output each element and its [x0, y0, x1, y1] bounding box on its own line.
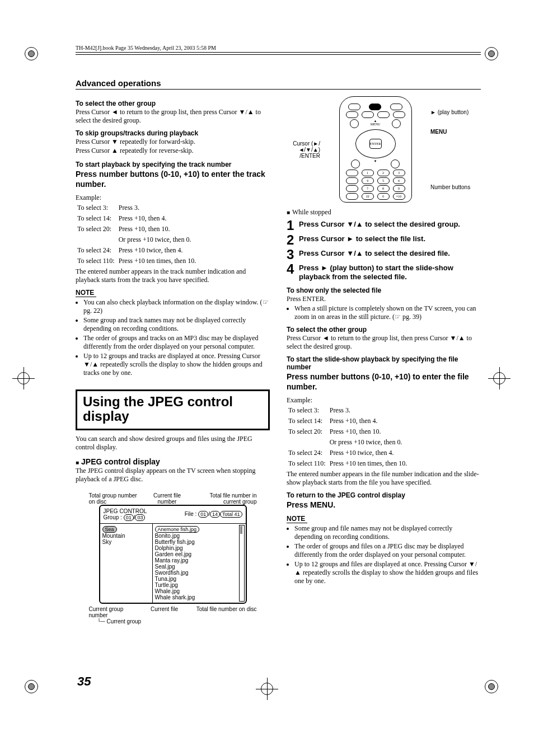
example-table: To select 3:Press 3. To select 14:Press … [76, 202, 199, 267]
subheading: To select the other group [76, 100, 270, 107]
note-list: Some group and file names may not be dis… [287, 524, 481, 585]
paragraph: The JPEG control display appears on the … [76, 467, 270, 483]
jpeg-control-diagram: Total group number on disc Current file … [76, 488, 270, 629]
example-label: Example: [76, 194, 270, 202]
bullet-list: When a still picture is completely shown… [287, 304, 481, 321]
regmark-icon [484, 46, 499, 62]
step: 4Press ► (play button) to start the slid… [287, 264, 481, 281]
group-item-selected: Sea [102, 526, 117, 533]
panel-title: JPEG CONTROL [104, 508, 147, 514]
page: TH-M42[J].book Page 35 Wednesday, April … [0, 0, 534, 756]
play-label: ► (play button) [430, 109, 481, 115]
instruction: Press number buttons (0-10, +10) to ente… [76, 170, 270, 189]
remote-diagram: Cursor (►/◄/▼/▲) /ENTER ▲MENU ENTER ▼ 12… [287, 96, 481, 203]
file-item-selected: Anemone fish.jpg [155, 526, 200, 533]
note-item: The order of groups and tracks on an MP3… [83, 334, 270, 351]
regmark-icon [484, 679, 499, 694]
scrollbar-icon [239, 525, 245, 602]
annotation-row: Current group number Current file Total … [89, 606, 257, 618]
note-item: You can also check playback information … [83, 298, 270, 315]
section-title: Advanced operations [76, 78, 481, 90]
paragraph: The entered number appears in the file n… [287, 470, 481, 487]
instruction: Press number buttons (0-10, +10) to ente… [287, 372, 481, 392]
example-table: To select 3:Press 3. To select 14:Press … [287, 405, 410, 469]
subheading: To show only the selected file [287, 287, 481, 294]
note-list: You can also check playback information … [76, 298, 270, 377]
note-item: Some group and track names may not be di… [83, 316, 270, 333]
group-item: Mountain [102, 533, 125, 539]
subheading: ■JPEG control display [76, 457, 270, 466]
group-list: Sea Mountain Sky [100, 524, 153, 603]
paragraph: You can search and show desired groups a… [76, 435, 270, 452]
paragraph: The entered number appears in the track … [76, 267, 270, 284]
file-list: Anemone fish.jpg Bonito.jpg Butterfly fi… [153, 524, 246, 603]
menu-label: MENU [430, 129, 481, 135]
regmark-icon [24, 679, 39, 694]
note-item: Some group and file names may not be dis… [294, 524, 481, 541]
note-item: Up to 12 groups and tracks are displayed… [83, 352, 270, 377]
crosshair-icon [12, 367, 35, 389]
instruction: Press MENU. [287, 500, 481, 510]
divider [76, 52, 481, 56]
group-item: Sky [102, 539, 112, 545]
paragraph: Press Cursor ◄ to return to the group li… [76, 108, 270, 125]
paragraph: Press Cursor ▼ repeatedly for forward-sk… [76, 138, 270, 146]
paragraph: Press Cursor ▲ repeatedly for reverse-sk… [76, 147, 270, 155]
note-item: Up to 12 groups and files are displayed … [294, 560, 481, 585]
step: 3Press Cursor ▼/▲ to select the desired … [287, 249, 481, 260]
subheading: To return to the JPEG control display [287, 491, 481, 499]
square-bullet-icon: ■ [76, 459, 79, 466]
note-heading: NOTE [287, 515, 307, 523]
remote-icon: ▲MENU ENTER ▼ 123 456 789 100+10 [339, 96, 412, 203]
annotation-row: └─ Current group [81, 618, 265, 624]
paragraph: Press ENTER. [287, 295, 481, 303]
step: 2Press Cursor ► to select the file list. [287, 234, 481, 246]
subheading: To start playback by specifying the trac… [76, 161, 270, 168]
subheading: To start the slide-show playback by spec… [287, 355, 481, 371]
crosshair-icon [488, 367, 510, 389]
note-item: The order of groups and files on a JPEG … [294, 542, 481, 559]
context-label: ■While stopped [287, 208, 481, 217]
paragraph: Press Cursor ◄ to return to the group li… [287, 334, 481, 351]
page-number: 35 [77, 674, 91, 689]
header-stamp: TH-M42[J].book Page 35 Wednesday, April … [76, 45, 481, 51]
jpeg-panel: JPEG CONTROL Group : 01/03 File : 01/14T… [99, 505, 247, 604]
crosshair-icon [256, 678, 278, 700]
step: 1Press Cursor ▼/▲ to select the desired … [287, 220, 481, 231]
cursor-label: Cursor (►/◄/▼/▲) /ENTER [287, 140, 320, 159]
subheading: To skip groups/tracks during playback [76, 129, 270, 137]
right-column: Cursor (►/◄/▼/▲) /ENTER ▲MENU ENTER ▼ 12… [287, 95, 481, 629]
note-heading: NOTE [76, 289, 96, 297]
annotation-row: Total group number on disc Current file … [89, 492, 257, 505]
subheading: To select the other group [287, 326, 481, 334]
number-buttons-label: Number buttons [430, 184, 481, 190]
left-column: To select the other group Press Cursor ◄… [76, 95, 270, 629]
bullet-item: When a still picture is completely shown… [294, 304, 481, 321]
example-label: Example: [287, 396, 481, 405]
feature-title-box: Using the JPEG control display [76, 389, 270, 430]
regmark-icon [24, 46, 39, 62]
